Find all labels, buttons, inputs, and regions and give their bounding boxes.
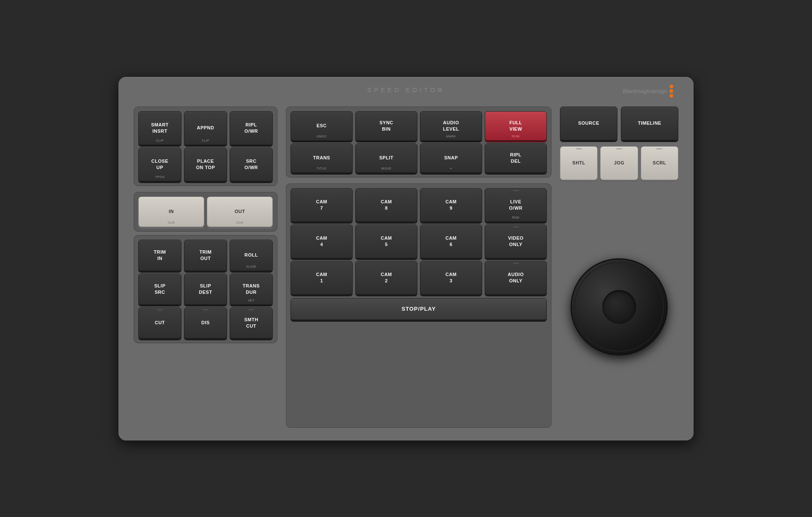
- cam8-key[interactable]: CAM8: [355, 188, 417, 222]
- ripl-owr-key[interactable]: RIPLO/WR: [230, 111, 273, 145]
- trim-row3: CUT DIS SMTHCUT: [138, 307, 273, 339]
- cam3-key[interactable]: CAM3: [420, 261, 482, 295]
- cam4-key[interactable]: CAM4: [291, 224, 353, 258]
- live-owr-key[interactable]: LIVEO/WRRND: [485, 188, 547, 222]
- trim-in-key[interactable]: TRIMIN: [138, 240, 181, 271]
- smart-insrt-key[interactable]: SMARTINSRTCLIP: [138, 111, 181, 145]
- brand-name: Blackmagicdesign: [623, 88, 667, 94]
- speed-editor-device: SPEED EDITOR Blackmagicdesign SMARTINSRT…: [118, 77, 694, 440]
- jog-wheel-container: [560, 186, 678, 428]
- snap-key[interactable]: SNAP≡: [420, 143, 482, 173]
- brand-dot-2: [669, 89, 673, 93]
- shtl-key[interactable]: SHTL: [560, 146, 598, 180]
- inout-section: INCLR OUTCLR: [134, 192, 277, 232]
- cam9-key[interactable]: CAM9: [420, 188, 482, 222]
- trans-dur-key[interactable]: TRANSDURSET: [230, 274, 273, 305]
- slip-src-key[interactable]: SLIPSRC: [138, 274, 181, 305]
- scrl-key[interactable]: SCRL: [641, 146, 678, 180]
- brand-dots: [669, 85, 673, 98]
- lower-left: INCLR OUTCLR TRIMIN TRIMOUT ROLLSLIDE SL…: [134, 192, 277, 343]
- appnd-key[interactable]: APPNDCLIP: [184, 111, 227, 145]
- in-key[interactable]: INCLR: [138, 197, 204, 227]
- trim-section: TRIMIN TRIMOUT ROLLSLIDE SLIPSRC SLIPDES…: [134, 235, 277, 343]
- cut-key[interactable]: CUT: [138, 307, 181, 339]
- cam-section: CAM7 CAM8 CAM9 LIVEO/WRRND CAM4 CAM5 CAM…: [286, 183, 551, 428]
- trans-key[interactable]: TRANSTITLE: [291, 143, 353, 173]
- jog-key[interactable]: JOG: [600, 146, 638, 180]
- close-up-key[interactable]: CLOSEUPYPOS: [138, 148, 181, 181]
- top-middle-section: ESCUNDO SYNCBIN AUDIOLEVELMARK FULLVIEWR…: [286, 107, 551, 178]
- roll-key[interactable]: ROLLSLIDE: [230, 240, 273, 271]
- trim-out-key[interactable]: TRIMOUT: [184, 240, 227, 271]
- inout-row: INCLR OUTCLR: [138, 197, 273, 227]
- source-key[interactable]: SOURCE: [560, 107, 617, 140]
- video-only-key[interactable]: VIDEOONLY: [485, 224, 547, 258]
- slip-dest-key[interactable]: SLIPDEST: [184, 274, 227, 305]
- cam6-key[interactable]: CAM6: [420, 224, 482, 258]
- right-panel: SOURCE TIMELINE SHTL JOG SCRL: [560, 107, 678, 428]
- jog-wheel[interactable]: [571, 258, 668, 356]
- trim-row1: TRIMIN TRIMOUT ROLLSLIDE: [138, 240, 273, 271]
- brand-area: Blackmagicdesign: [623, 85, 673, 98]
- timeline-key[interactable]: TIMELINE: [621, 107, 678, 140]
- out-key[interactable]: OUTCLR: [207, 197, 273, 227]
- audio-level-key[interactable]: AUDIOLEVELMARK: [420, 111, 482, 141]
- smth-cut-key[interactable]: SMTHCUT: [230, 307, 273, 339]
- jog-wheel-inner: [574, 262, 664, 352]
- brand-dot-3: [669, 94, 673, 98]
- cam-grid: CAM7 CAM8 CAM9 LIVEO/WRRND CAM4 CAM5 CAM…: [291, 188, 547, 295]
- source-timeline-section: SOURCE TIMELINE: [560, 107, 678, 140]
- cam7-key[interactable]: CAM7: [291, 188, 353, 222]
- main-layout: SMARTINSRTCLIP APPNDCLIP RIPLO/WR CLOSEU…: [134, 90, 678, 428]
- ripl-del-key[interactable]: RIPLDEL: [485, 143, 547, 173]
- stop-play-key[interactable]: STOP/PLAY: [291, 298, 547, 320]
- device-title: SPEED EDITOR: [367, 86, 444, 93]
- split-key[interactable]: SPLITMOVE: [355, 143, 417, 173]
- dis-key[interactable]: DIS: [184, 307, 227, 339]
- middle-panel: ESCUNDO SYNCBIN AUDIOLEVELMARK FULLVIEWR…: [286, 107, 551, 428]
- src-owr-key[interactable]: SRCO/WR: [230, 148, 273, 181]
- top-middle-grid: ESCUNDO SYNCBIN AUDIOLEVELMARK FULLVIEWR…: [291, 111, 547, 173]
- cam5-key[interactable]: CAM5: [355, 224, 417, 258]
- sync-bin-key[interactable]: SYNCBIN: [355, 111, 417, 141]
- cam2-key[interactable]: CAM2: [355, 261, 417, 295]
- left-panel: SMARTINSRTCLIP APPNDCLIP RIPLO/WR CLOSEU…: [134, 107, 277, 428]
- brand-dot-1: [669, 85, 673, 88]
- clip-section: SMARTINSRTCLIP APPNDCLIP RIPLO/WR CLOSEU…: [134, 107, 277, 186]
- place-on-top-key[interactable]: PLACEON TOP: [184, 148, 227, 181]
- shtl-section: SHTL JOG SCRL: [560, 146, 678, 180]
- esc-key[interactable]: ESCUNDO: [291, 111, 353, 141]
- full-view-key[interactable]: FULLVIEWRVW: [485, 111, 547, 141]
- clip-key-grid: SMARTINSRTCLIP APPNDCLIP RIPLO/WR CLOSEU…: [138, 111, 273, 181]
- cam1-key[interactable]: CAM1: [291, 261, 353, 295]
- trim-row2: SLIPSRC SLIPDEST TRANSDURSET: [138, 274, 273, 305]
- audio-only-key[interactable]: AUDIOONLY: [485, 261, 547, 295]
